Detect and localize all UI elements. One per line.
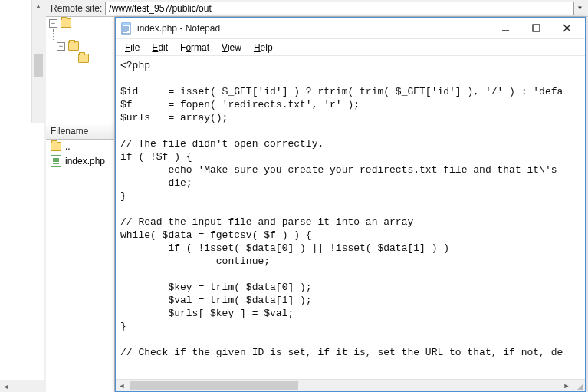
folder-icon xyxy=(78,54,89,63)
scroll-thumb[interactable] xyxy=(130,381,298,390)
menu-edit[interactable]: Edit xyxy=(147,41,172,54)
notepad-body: <?php $id = isset( $_GET['id'] ) ? rtrim… xyxy=(116,56,585,391)
local-scrollbar-horizontal[interactable]: ◄ xyxy=(0,380,44,392)
folder-icon xyxy=(51,142,61,151)
list-item-parent[interactable]: .. xyxy=(46,140,114,153)
notepad-window: index.php - Notepad File Edit Format Vie… xyxy=(115,17,586,392)
maximize-button[interactable] xyxy=(521,19,551,38)
maximize-icon xyxy=(532,24,540,32)
scroll-left-icon[interactable]: ◄ xyxy=(116,380,128,391)
svg-rect-7 xyxy=(533,25,540,31)
notepad-app-icon xyxy=(120,22,133,35)
filelist-item-label: index.php xyxy=(65,156,105,166)
tree-expander-icon[interactable]: − xyxy=(57,42,65,51)
tree-line xyxy=(53,29,54,40)
notepad-titlebar[interactable]: index.php - Notepad xyxy=(116,18,585,39)
menu-help[interactable]: Help xyxy=(249,41,278,54)
local-pane: ▲ ◄ xyxy=(0,0,44,392)
tree-row[interactable] xyxy=(46,52,114,64)
menu-file[interactable]: File xyxy=(120,41,144,54)
minimize-icon xyxy=(501,24,510,32)
folder-icon xyxy=(68,41,79,51)
notepad-hscroll[interactable]: ◄ ► xyxy=(116,379,573,391)
filelist-header-filename[interactable]: Filename xyxy=(46,124,114,140)
notepad-menubar: File Edit Format View Help xyxy=(116,39,585,56)
tree-expander-icon[interactable]: − xyxy=(49,19,57,28)
scroll-up-icon[interactable]: ▲ xyxy=(32,0,44,12)
remote-site-bar: Remote site: ▼ xyxy=(46,0,588,17)
remote-path-input[interactable] xyxy=(105,2,574,15)
list-item[interactable]: index.php xyxy=(46,153,114,169)
filelist-parent-label: .. xyxy=(65,141,71,152)
tree-row[interactable]: − xyxy=(46,40,114,52)
menu-format[interactable]: Format xyxy=(176,41,214,54)
resize-grip-icon[interactable] xyxy=(573,379,585,391)
notepad-title: index.php - Notepad xyxy=(137,23,490,34)
remote-tree: − − xyxy=(46,17,115,124)
scroll-left-icon[interactable]: ◄ xyxy=(0,380,12,392)
folder-icon xyxy=(61,18,71,28)
menu-view[interactable]: View xyxy=(217,41,246,54)
remote-filelist: Filename .. index.php xyxy=(46,124,115,392)
tree-row[interactable]: − xyxy=(46,17,114,29)
minimize-button[interactable] xyxy=(490,19,521,38)
remote-site-label: Remote site: xyxy=(48,3,105,14)
php-file-icon xyxy=(51,155,61,167)
scroll-thumb[interactable] xyxy=(34,54,43,77)
svg-rect-1 xyxy=(122,23,130,25)
scroll-right-icon[interactable]: ► xyxy=(560,380,573,391)
notepad-text-area[interactable]: <?php $id = isset( $_GET['id'] ) ? rtrim… xyxy=(116,56,585,379)
remote-path-dropdown[interactable]: ▼ xyxy=(574,2,586,15)
close-button[interactable] xyxy=(551,19,582,38)
close-icon xyxy=(563,24,571,32)
local-scrollbar-vertical[interactable]: ▲ xyxy=(31,0,44,123)
